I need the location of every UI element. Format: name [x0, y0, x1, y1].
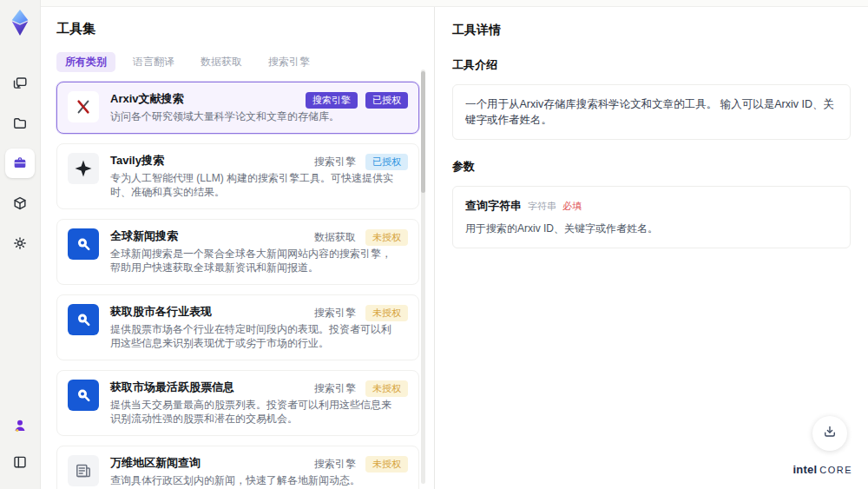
- intro-heading: 工具介绍: [452, 57, 851, 73]
- detail-title: 工具详情: [452, 23, 851, 38]
- category-badge: 搜索引擎: [312, 305, 358, 321]
- brand-intel: intel: [792, 463, 817, 476]
- brand-core: core: [819, 465, 852, 475]
- tool-card[interactable]: 万维地区新闻查询查询具体行政区划内的新闻，快速了解各地新闻动态。搜索引擎未授权: [56, 446, 419, 489]
- app-window: 工具集 所有类别语言翻译数据获取搜索引擎 Arxiv文献搜索访问各个研究领域大量…: [0, 0, 868, 489]
- page-title: 工具集: [56, 21, 434, 37]
- search-blue-icon: [68, 228, 99, 260]
- auth-status-badge: 已授权: [365, 92, 408, 109]
- tool-card[interactable]: Tavily搜索专为人工智能代理 (LLM) 构建的搜索引擎工具。可快速提供实时…: [56, 143, 419, 209]
- folder-icon: [11, 115, 29, 132]
- sidebar-item-user[interactable]: [5, 411, 35, 440]
- intel-core-logo: intelcore: [792, 461, 852, 477]
- gear-icon: [11, 235, 29, 252]
- category-badge: 数据获取: [312, 229, 358, 246]
- sidebar-item-panel-toggle[interactable]: [5, 447, 35, 477]
- tab-2[interactable]: 数据获取: [192, 52, 251, 72]
- arxiv-x-icon: [68, 91, 99, 122]
- param-required-badge: 必填: [562, 200, 582, 213]
- category-tabs: 所有类别语言翻译数据获取搜索引擎: [56, 52, 434, 72]
- category-badge: 搜索引擎: [312, 380, 358, 397]
- sidebar-item-briefcase[interactable]: [5, 149, 35, 178]
- list-scrollbar[interactable]: [421, 69, 425, 484]
- newspaper-icon: [68, 455, 99, 486]
- auth-status-badge: 未授权: [365, 380, 408, 397]
- tools-panel: 工具集 所有类别语言翻译数据获取搜索引擎 Arxiv文献搜索访问各个研究领域大量…: [41, 7, 434, 489]
- tab-0[interactable]: 所有类别: [56, 52, 115, 72]
- tool-desc: 全球新闻搜索是一个聚合全球各大新闻网站内容的搜索引擎，帮助用户快速获取全球最新资…: [110, 247, 398, 275]
- tool-list: Arxiv文献搜索访问各个研究领域大量科学论文和文章的存储库。搜索引擎已授权Ta…: [56, 82, 421, 489]
- tool-desc: 专为人工智能代理 (LLM) 构建的搜索引擎工具。可快速提供实时、准确和真实的结…: [110, 171, 398, 200]
- panel-toggle-icon: [11, 453, 29, 471]
- sidebar-item-chat[interactable]: [5, 69, 35, 98]
- user-icon: [11, 417, 29, 434]
- download-button[interactable]: [812, 416, 847, 451]
- auth-status-badge: 未授权: [365, 229, 408, 246]
- tool-desc: 查询具体行政区划内的新闻，快速了解各地新闻动态。: [110, 473, 398, 488]
- params-heading: 参数: [452, 159, 851, 175]
- cube-icon: [11, 195, 29, 212]
- param-name: 查询字符串: [465, 198, 522, 214]
- sidebar-item-folder[interactable]: [5, 109, 35, 138]
- category-badge: 搜索引擎: [306, 92, 358, 109]
- tab-1[interactable]: 语言翻译: [124, 52, 183, 72]
- tool-detail-panel: 工具详情 工具介绍 一个用于从Arxiv存储库搜索科学论文和文章的工具。 输入可…: [434, 7, 868, 489]
- sidebar-item-gear[interactable]: [5, 228, 35, 258]
- list-scrollbar-thumb[interactable]: [421, 71, 425, 193]
- search-blue-icon: [68, 380, 99, 411]
- param-type: 字符串: [528, 200, 556, 213]
- auth-status-badge: 未授权: [365, 305, 408, 321]
- download-icon: [822, 424, 838, 443]
- param-card: 查询字符串 字符串 必填 用于搜索的Arxiv ID、关键字或作者姓名。: [452, 186, 851, 248]
- tool-desc: 提供股票市场各个行业在特定时间段内的表现。投资者可以利用这些信息来识别表现优于或…: [110, 322, 398, 351]
- category-badge: 搜索引擎: [312, 154, 358, 170]
- intro-text: 一个用于从Arxiv存储库搜索科学论文和文章的工具。 输入可以是Arxiv ID…: [452, 84, 851, 140]
- category-badge: 搜索引擎: [312, 456, 358, 472]
- window-top-strip: [41, 0, 868, 7]
- sidebar: [0, 0, 41, 489]
- briefcase-icon: [11, 155, 29, 172]
- auth-status-badge: 未授权: [365, 456, 408, 472]
- tab-3[interactable]: 搜索引擎: [260, 52, 319, 72]
- tool-card[interactable]: 获取市场最活跃股票信息提供当天交易量最高的股票列表。投资者可以利用这些信息来识别…: [56, 370, 419, 436]
- sidebar-item-cube[interactable]: [5, 188, 35, 218]
- sidebar-bottom: [5, 411, 35, 477]
- tool-desc: 提供当天交易量最高的股票列表。投资者可以利用这些信息来识别流动性强的股票和潜在的…: [110, 398, 398, 426]
- tool-desc: 访问各个研究领域大量科学论文和文章的存储库。: [110, 109, 398, 124]
- app-logo-crystal-icon: [7, 8, 33, 37]
- sparkle-icon: [68, 153, 99, 184]
- chat-icon: [11, 75, 29, 92]
- tool-card[interactable]: Arxiv文献搜索访问各个研究领域大量科学论文和文章的存储库。搜索引擎已授权: [56, 82, 419, 134]
- tool-card[interactable]: 全球新闻搜索全球新闻搜索是一个聚合全球各大新闻网站内容的搜索引擎，帮助用户快速获…: [56, 219, 419, 285]
- search-blue-icon: [68, 304, 99, 335]
- auth-status-badge: 已授权: [365, 154, 408, 170]
- sidebar-nav: [5, 69, 35, 258]
- tool-card[interactable]: 获取股市各行业表现提供股票市场各个行业在特定时间段内的表现。投资者可以利用这些信…: [56, 294, 419, 360]
- param-desc: 用于搜索的Arxiv ID、关键字或作者姓名。: [465, 221, 838, 236]
